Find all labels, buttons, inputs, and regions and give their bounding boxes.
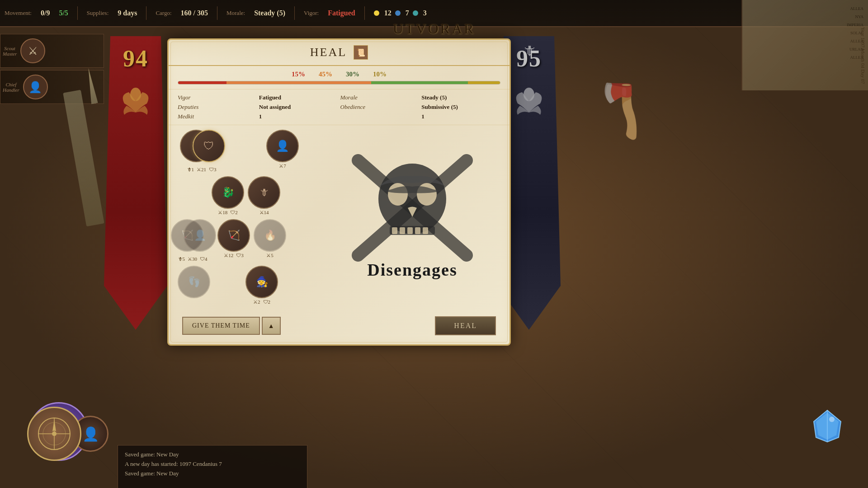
health-bar (178, 81, 500, 84)
unit-slot-empty-1 (226, 130, 263, 173)
scout-master-label: ScoutMaster (3, 46, 17, 56)
units-grid: ⚔ 🛡 🗡1⚔21🛡3 👤 ⚔7 🐉 ⚔18 (175, 130, 326, 309)
unit-slot-6[interactable]: 🏹 ⚔12🛡3 (217, 219, 250, 262)
morale-stat-value: Steady (5) (421, 94, 500, 101)
unit-slot-9[interactable]: 🧙 ⚔2🛡2 (245, 266, 278, 305)
movement-value: 0/9 (41, 9, 50, 17)
skull-svg (349, 151, 476, 269)
hp-green-pct: 30% (346, 70, 359, 78)
location-name: Utvorar (393, 20, 476, 37)
svg-rect-8 (392, 227, 397, 234)
resource-yellow: 12 (384, 9, 392, 17)
scout-master-avatar: ⚔ (20, 38, 45, 63)
hud-sep-5 (364, 6, 365, 20)
bottom-log: Saved game: New Day A new day has starte… (118, 445, 307, 488)
hp-red-pct: 15% (292, 70, 305, 78)
movement-label: Movement: (5, 9, 32, 17)
unit-slot-7[interactable]: 🔥 ⚔5 (254, 219, 286, 262)
unit-slot-8[interactable]: 👣 (178, 266, 210, 305)
svg-point-23 (52, 432, 57, 436)
unit-9-stats: ⚔2🛡2 (253, 299, 270, 305)
health-section: 15% 45% 30% 10% (169, 66, 509, 89)
right-banner-emblem (509, 81, 549, 128)
vigor-stat-label: Vigor (178, 94, 257, 101)
stats-row: Vigor Fatigued Morale Steady (5) Deputie… (169, 89, 509, 125)
teal-dot-icon (413, 10, 418, 16)
unit-1-stats: 🗡1⚔21🛡3 (187, 167, 217, 173)
obedience-num-value: 1 (421, 113, 500, 120)
log-line-3: Saved game: New Day (125, 469, 300, 479)
vigor-label: Vigor: (304, 9, 319, 17)
sort-button[interactable]: ▲ (262, 317, 281, 335)
svg-rect-12 (423, 227, 428, 234)
hp-bar-orange (226, 81, 371, 84)
hp-bar-green (371, 81, 468, 84)
unit-slot-4[interactable]: 🗡 ⚔14 (248, 176, 280, 216)
disengage-area: Disengages (331, 130, 503, 309)
deputies-stat-label: Deputies (178, 103, 257, 111)
heal-button[interactable]: Heal (435, 316, 496, 335)
supplies-label: Supplies: (87, 9, 108, 17)
unit-4-stats: ⚔14 (259, 210, 269, 216)
deputies-stat-value: Not assigned (259, 103, 338, 111)
sword-icon: 🗡 (522, 43, 536, 58)
morale-value: Steady (5) (254, 9, 285, 17)
unit-6-stats: ⚔12🛡3 (224, 253, 244, 258)
unit-2-stats: ⚔7 (279, 163, 286, 169)
give-them-time-button[interactable]: Give Them Time (182, 317, 260, 335)
blue-dot-icon (395, 10, 401, 16)
hud-sep-1 (77, 6, 78, 20)
unit-5-stats: 🗡5⚔30🛡4 (178, 256, 208, 262)
health-percentages: 15% 45% 30% 10% (178, 70, 500, 78)
hp-yellow-pct: 10% (373, 70, 387, 78)
svg-rect-10 (407, 227, 413, 234)
left-banner-number: 94 (123, 45, 148, 72)
resource-teal: 3 (423, 9, 427, 17)
cargo-label: Cargo: (156, 9, 171, 17)
unit-slot-3[interactable]: 🐉 ⚔18🛡2 (212, 176, 244, 216)
dialog-header: Heal 📜 (169, 40, 509, 66)
unit-7-stats: ⚔5 (266, 253, 274, 258)
chief-handler-avatar: 👤 (23, 75, 48, 99)
svg-point-4 (378, 164, 446, 234)
morale-stat-label: Morale (340, 94, 420, 101)
compass-wheel (27, 407, 81, 461)
svg-rect-11 (415, 227, 420, 234)
svg-rect-9 (400, 227, 405, 234)
left-banner-emblem (115, 81, 156, 128)
main-dialog: Heal 📜 15% 45% 30% 10% Vigor Fatigued Mo… (167, 38, 511, 346)
year-label: Year 1097 Month 04 Day 07 (860, 27, 866, 84)
hp-orange-pct: 45% (319, 70, 332, 78)
log-line-2: A new day has started: 1097 Cendanius 7 (125, 460, 300, 469)
disengage-text: Disengages (367, 260, 457, 280)
yellow-dot-icon (374, 10, 379, 16)
disengage-container: Disengages (331, 130, 494, 301)
chief-handler-label: ChiefHandler (3, 82, 19, 93)
dialog-icon[interactable]: 📜 (354, 45, 368, 60)
svg-point-28 (829, 417, 835, 422)
side-panels: ScoutMaster ⚔ ChiefHandler 👤 (0, 34, 104, 104)
svg-marker-22 (52, 419, 56, 432)
medkit-stat-value: 1 (259, 113, 338, 120)
log-line-1: Saved game: New Day (125, 450, 300, 460)
medkit-stat-label: Medkit (178, 113, 257, 120)
left-banner: 94 (104, 36, 167, 330)
hud-sep-4 (294, 6, 295, 20)
chief-handler-panel: ChiefHandler 👤 (0, 70, 104, 104)
dialog-title: Heal (310, 46, 347, 59)
unit-slot-1[interactable]: ⚔ 🛡 🗡1⚔21🛡3 (180, 130, 223, 173)
obedience-stat-value: Submissive (5) (421, 103, 500, 111)
hud-sep-3 (217, 6, 217, 20)
map-overlay: ALLEANYAIMPERIASOLАСALLEAURLANALLEA (741, 0, 868, 90)
supplies-value: 9 days (118, 9, 137, 17)
dialog-footer: Give Them Time ▲ Heal (169, 316, 509, 335)
resource-blue: 7 (406, 9, 409, 17)
blue-crystal (809, 408, 845, 452)
unit-slot-5[interactable]: 🏹 👤 🗡5⚔30🛡4 (171, 219, 214, 262)
morale-label: Morale: (226, 9, 245, 17)
unit-3-stats: ⚔18🛡2 (218, 210, 238, 216)
hp-bar-yellow (468, 81, 500, 84)
unit-slot-2[interactable]: 👤 ⚔7 (266, 130, 299, 173)
hp-bar-red (178, 81, 226, 84)
obedience-stat-label: Obedience (340, 103, 420, 111)
